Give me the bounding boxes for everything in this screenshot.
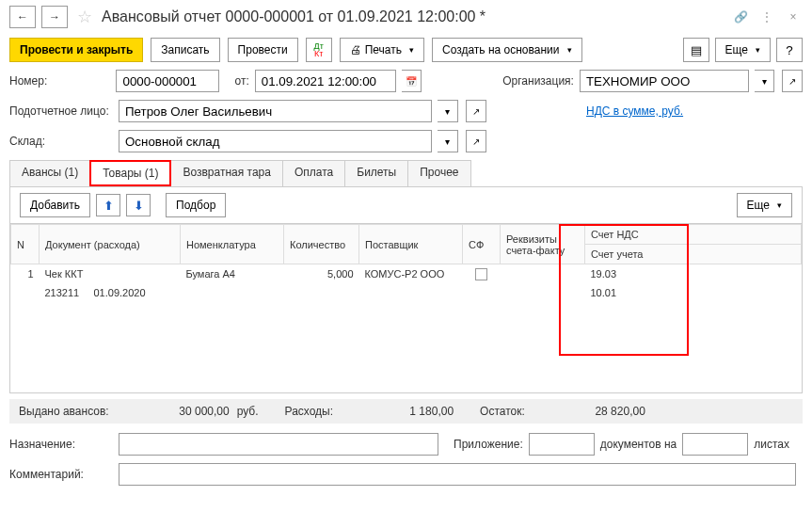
person-open-icon[interactable]: ↗ (466, 100, 486, 122)
add-row-button[interactable]: Добавить (20, 193, 90, 217)
menu-dots-icon[interactable]: ⋮ (757, 8, 776, 26)
post-and-close-button[interactable]: Провести и закрыть (9, 38, 143, 62)
move-down-button[interactable]: ⬇ (126, 194, 151, 216)
purpose-input[interactable] (119, 433, 438, 456)
goods-table: N Документ (расхода) Номенклатура Количе… (10, 224, 802, 302)
dtkt-button[interactable]: ДтКт (306, 38, 332, 62)
person-label: Подотчетное лицо: (9, 104, 113, 118)
tab-returnable[interactable]: Возвратная тара (170, 160, 283, 186)
table-more-button[interactable]: Еще (737, 193, 792, 217)
sheets-count-input[interactable] (682, 433, 748, 456)
comment-input[interactable] (119, 463, 796, 486)
calendar-icon[interactable]: 📅 (402, 70, 422, 92)
col-qty: Количество (284, 225, 359, 264)
move-up-button[interactable]: ⬆ (96, 194, 120, 216)
docs-count-input[interactable] (529, 433, 595, 456)
tab-goods[interactable]: Товары (1) (89, 160, 171, 186)
warehouse-dropdown-icon[interactable]: ▾ (438, 130, 458, 152)
col-nom: Номенклатура (181, 225, 284, 264)
warehouse-input[interactable] (119, 130, 432, 152)
print-button[interactable]: 🖨 Печать (340, 38, 424, 62)
attachment-label: Приложение: (454, 438, 523, 451)
link-icon[interactable]: 🔗 (731, 8, 750, 26)
col-n: N (11, 225, 40, 264)
col-acct-nds: Счет НДС (585, 225, 802, 245)
help-button[interactable]: ? (776, 38, 803, 62)
post-button[interactable]: Провести (228, 38, 298, 62)
nav-forward-button[interactable]: → (41, 6, 68, 28)
org-input[interactable] (580, 70, 749, 92)
favorite-star-icon[interactable]: ☆ (73, 7, 96, 27)
col-supplier: Поставщик (359, 225, 463, 264)
table-row[interactable]: 1 Чек ККТ Бумага А4 5,000 КОМУС-Р2 ООО 1… (11, 264, 802, 284)
tab-other[interactable]: Прочее (407, 160, 470, 186)
col-acct: Счет учета (585, 245, 802, 264)
pick-button[interactable]: Подбор (166, 193, 226, 217)
totals-bar: Выдано авансов: 30 000,00 руб. Расходы: … (9, 399, 803, 424)
org-dropdown-icon[interactable]: ▾ (755, 70, 775, 92)
tab-tickets[interactable]: Билеты (344, 160, 408, 186)
save-button[interactable]: Записать (151, 38, 219, 62)
tab-advances[interactable]: Авансы (1) (9, 160, 90, 186)
tab-payment[interactable]: Оплата (282, 160, 345, 186)
purpose-label: Назначение: (9, 438, 113, 451)
date-label: от: (234, 74, 248, 88)
sf-checkbox[interactable] (475, 268, 487, 280)
create-based-on-button[interactable]: Создать на основании (432, 38, 582, 62)
report-icon-button[interactable]: ▤ (683, 38, 709, 62)
warehouse-label: Склад: (9, 135, 113, 148)
person-dropdown-icon[interactable]: ▾ (438, 100, 458, 122)
col-req: Реквизиты счета-факту (501, 225, 585, 264)
col-sf: СФ (463, 225, 501, 264)
number-label: Номер: (9, 74, 110, 88)
nav-back-button[interactable]: ← (9, 6, 36, 28)
warehouse-open-icon[interactable]: ↗ (466, 130, 486, 152)
org-open-icon[interactable]: ↗ (782, 70, 803, 92)
more-button[interactable]: Еще (715, 38, 771, 62)
number-input[interactable] (116, 70, 219, 92)
window-title: Авансовый отчет 0000-000001 от 01.09.202… (102, 8, 725, 25)
date-input[interactable] (255, 70, 396, 92)
comment-label: Комментарий: (9, 468, 113, 481)
close-icon[interactable]: × (784, 8, 803, 26)
nds-link[interactable]: НДС в сумме, руб. (586, 104, 683, 118)
org-label: Организация: (502, 74, 574, 88)
col-doc: Документ (расхода) (40, 225, 181, 264)
person-input[interactable] (119, 100, 432, 122)
